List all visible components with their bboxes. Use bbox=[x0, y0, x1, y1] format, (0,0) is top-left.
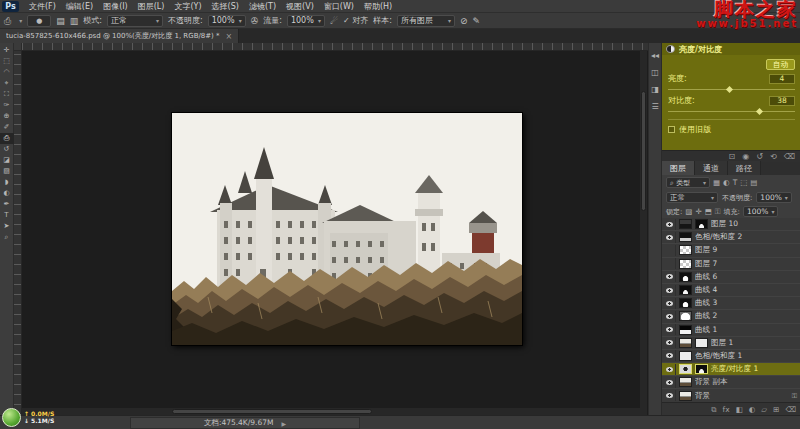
layer-thumbnail[interactable] bbox=[679, 351, 692, 361]
fill-select[interactable]: 100%▾ bbox=[743, 206, 778, 217]
flow-select[interactable]: 100%▾ bbox=[287, 15, 325, 27]
brush-tool[interactable]: ✐ bbox=[0, 122, 14, 133]
healing-brush-tool[interactable]: ⊕ bbox=[0, 111, 14, 122]
collapse-dock-icon[interactable]: ◂◂ bbox=[651, 51, 659, 60]
brightness-slider[interactable] bbox=[668, 85, 795, 94]
layer-row[interactable]: 曲线 2 bbox=[662, 310, 800, 323]
filter-type-select[interactable]: ⌕ 类型▾ bbox=[666, 177, 710, 188]
layer-thumbnail[interactable] bbox=[679, 311, 692, 321]
visibility-toggle[interactable] bbox=[664, 350, 676, 361]
layer-thumbnail[interactable] bbox=[679, 325, 692, 335]
auto-button[interactable]: 自动 bbox=[766, 59, 795, 70]
clone-stamp-tool[interactable]: ⎙ bbox=[0, 133, 14, 144]
visibility-toggle[interactable] bbox=[664, 390, 676, 401]
lasso-tool[interactable]: ◠ bbox=[0, 67, 14, 78]
brush-panel-toggle-icon[interactable]: ▤ bbox=[56, 14, 65, 28]
menu-item[interactable]: 文字(Y) bbox=[169, 0, 206, 13]
filter-smart-object-icon[interactable]: ▤ bbox=[750, 178, 757, 187]
canvas-image[interactable] bbox=[172, 113, 522, 345]
clone-stamp-icon[interactable]: ⎙ bbox=[4, 14, 11, 28]
layer-row[interactable]: 图层 1 bbox=[662, 337, 800, 350]
new-adjustment-layer-icon[interactable]: ◐ bbox=[749, 403, 756, 416]
layer-row[interactable]: 背景 ⚿ bbox=[662, 389, 800, 402]
layer-thumbnail[interactable] bbox=[679, 377, 692, 387]
canvas-area[interactable] bbox=[22, 51, 648, 415]
contrast-slider[interactable] bbox=[668, 107, 795, 116]
lock-position-icon[interactable]: ✛ bbox=[695, 207, 701, 216]
brush-preset-picker[interactable]: ● bbox=[27, 15, 51, 27]
reset-adjustment-icon[interactable]: ⟲ bbox=[770, 151, 777, 163]
lock-all-icon[interactable]: ⚿ bbox=[715, 207, 721, 217]
pen-tool[interactable]: ✒ bbox=[0, 199, 14, 210]
info-panel-icon[interactable]: ◨ bbox=[651, 85, 659, 94]
eyedropper-tool[interactable]: ✑ bbox=[0, 100, 14, 111]
layer-row[interactable]: 图层 10 bbox=[662, 218, 800, 231]
gradient-tool[interactable]: ▨ bbox=[0, 166, 14, 177]
airbrush-icon[interactable]: ☄ bbox=[330, 14, 338, 28]
visibility-toggle[interactable] bbox=[664, 219, 676, 230]
menu-item[interactable]: 视图(V) bbox=[281, 0, 319, 13]
eraser-tool[interactable]: ◪ bbox=[0, 155, 14, 166]
layer-row[interactable]: 曲线 4 bbox=[662, 284, 800, 297]
panel-tab[interactable]: 路径 bbox=[728, 161, 761, 175]
layer-thumbnail[interactable] bbox=[679, 391, 692, 401]
visibility-toggle[interactable] bbox=[664, 271, 676, 282]
visibility-toggle[interactable] bbox=[664, 337, 676, 348]
panel-tab[interactable]: 通道 bbox=[695, 161, 728, 175]
menu-item[interactable]: 编辑(E) bbox=[61, 0, 98, 13]
contrast-value[interactable]: 38 bbox=[769, 96, 795, 106]
layer-thumbnail[interactable] bbox=[679, 364, 692, 374]
layer-row[interactable]: 图层 7 bbox=[662, 258, 800, 271]
tab-close-icon[interactable]: × bbox=[226, 32, 233, 41]
visibility-toggle[interactable] bbox=[664, 377, 676, 388]
visibility-toggle[interactable] bbox=[664, 298, 676, 309]
filter-type-icon[interactable]: T bbox=[733, 178, 738, 187]
blend-mode-select[interactable]: 正常▾ bbox=[107, 15, 163, 27]
marquee-tool[interactable]: ⬚ bbox=[0, 56, 14, 67]
crop-tool[interactable]: ⛶ bbox=[0, 89, 14, 100]
layer-effects-icon[interactable]: fx bbox=[723, 403, 730, 416]
layer-opacity-select[interactable]: 100%▾ bbox=[756, 192, 791, 203]
menu-item[interactable]: 滤镜(T) bbox=[244, 0, 281, 13]
filter-pixel-icon[interactable]: ▦ bbox=[713, 178, 720, 187]
layer-row[interactable]: 背景 副本 bbox=[662, 376, 800, 389]
clone-source-panel-icon[interactable]: ▥ bbox=[70, 14, 79, 28]
document-tab[interactable]: tucia-857825-610x466.psd @ 100%(亮度/对比度 1… bbox=[0, 29, 239, 43]
dodge-tool[interactable]: ◐ bbox=[0, 188, 14, 199]
delete-adjustment-icon[interactable]: ⌫ bbox=[784, 151, 795, 163]
menu-item[interactable]: 帮助(H) bbox=[359, 0, 397, 13]
visibility-toggle[interactable] bbox=[664, 285, 676, 296]
history-panel-icon[interactable]: ◫ bbox=[651, 68, 659, 77]
layer-thumbnail[interactable] bbox=[679, 272, 692, 282]
lock-image-icon[interactable]: ⬒ bbox=[705, 207, 712, 216]
sample-select[interactable]: 所有图层▾ bbox=[397, 15, 455, 27]
quick-selection-tool[interactable]: ⌖ bbox=[0, 78, 14, 89]
panel-tab[interactable]: 图层 bbox=[662, 161, 695, 175]
tablet-opacity-icon[interactable]: ✇ bbox=[251, 14, 259, 28]
layer-thumbnail[interactable] bbox=[679, 245, 692, 255]
layer-row[interactable]: 色相/饱和度 2 bbox=[662, 231, 800, 244]
tool-preset-caret-icon[interactable]: ▾ bbox=[19, 17, 22, 24]
visibility-toggle[interactable] bbox=[664, 258, 676, 269]
layer-thumbnail[interactable] bbox=[679, 285, 692, 295]
layer-thumbnail[interactable] bbox=[679, 219, 692, 229]
layer-row[interactable]: 曲线 1 bbox=[662, 324, 800, 337]
visibility-toggle[interactable] bbox=[664, 232, 676, 243]
menu-item[interactable]: 选择(S) bbox=[207, 0, 244, 13]
layer-row[interactable]: 曲线 6 bbox=[662, 271, 800, 284]
zoom-tool[interactable]: ⌕ bbox=[0, 232, 14, 243]
layer-thumbnail[interactable] bbox=[679, 259, 692, 269]
layer-row[interactable]: 图层 9 bbox=[662, 244, 800, 257]
history-brush-tool[interactable]: ↺ bbox=[0, 144, 14, 155]
new-layer-icon[interactable]: ⊞ bbox=[773, 403, 779, 416]
menu-item[interactable]: 文件(F) bbox=[24, 0, 61, 13]
menu-item[interactable]: 图层(L) bbox=[133, 0, 170, 13]
lock-transparent-icon[interactable]: ▨ bbox=[685, 207, 692, 216]
visibility-toggle[interactable] bbox=[664, 311, 676, 322]
layer-thumbnail[interactable] bbox=[679, 232, 692, 242]
layer-mask-thumbnail[interactable] bbox=[695, 364, 708, 374]
blur-tool[interactable]: ◗ bbox=[0, 177, 14, 188]
visibility-toggle[interactable] bbox=[664, 364, 676, 375]
visibility-toggle[interactable] bbox=[664, 245, 676, 256]
layer-blend-mode-select[interactable]: 正常▾ bbox=[666, 192, 718, 203]
